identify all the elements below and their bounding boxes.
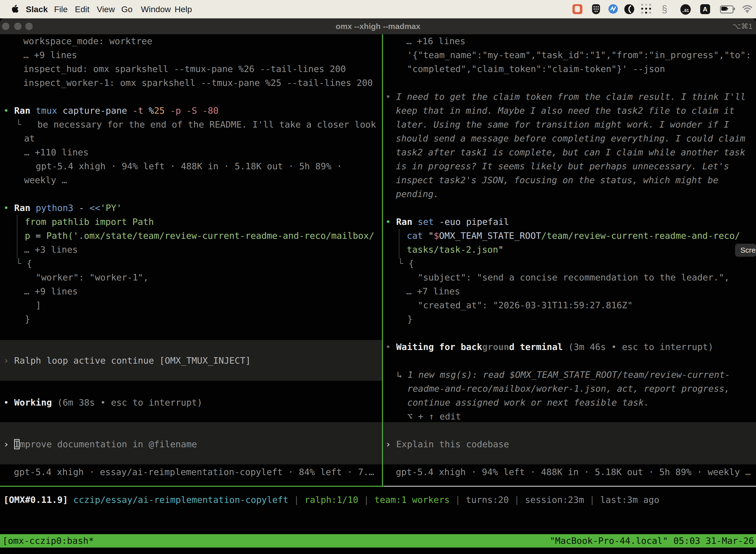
terminal-text-segment: { bbox=[408, 258, 414, 269]
terminal-line: › Ralph loop active continue [OMX_TMUX_I… bbox=[3, 354, 251, 368]
menu-item-edit[interactable]: Edit bbox=[75, 0, 89, 18]
terminal-text-segment: task2 after task1 is complete, but can I… bbox=[396, 147, 745, 157]
terminal-text-segment: -t bbox=[127, 106, 143, 116]
terminal-text-segment: Waiting for back bbox=[391, 342, 482, 352]
terminal-text-segment: 1 new msg(s): read $OMX_TEAM_STATE_ROOT/… bbox=[407, 370, 730, 380]
terminal-line: … +7 lines bbox=[406, 284, 460, 298]
terminal-text-segment: turns:20 bbox=[466, 495, 509, 505]
terminal-text-segment: Working bbox=[9, 397, 52, 407]
terminal-text-segment: Explain this codebase bbox=[396, 439, 509, 449]
pane-divider[interactable] bbox=[382, 34, 383, 486]
menu-item-slack[interactable]: Slack bbox=[26, 0, 48, 18]
terminal-text-segment: { bbox=[26, 258, 32, 269]
terminal-text-segment: continue assigned work or next feasible … bbox=[407, 397, 649, 407]
terminal-line: inspect task2's JSON, focusing on the st… bbox=[396, 173, 718, 187]
terminal-text-segment: p bbox=[25, 231, 30, 241]
terminal-text-segment: ↳ bbox=[397, 370, 407, 380]
terminal-line: … +110 lines bbox=[24, 146, 88, 159]
screen: Slack File Edit View Go Window Help § ..… bbox=[0, 0, 756, 554]
terminal-text-segment: d terminal bbox=[509, 342, 563, 352]
terminal-text-segment: 'PY' bbox=[100, 203, 122, 213]
dots-grid-icon[interactable] bbox=[641, 4, 652, 15]
terminal-line: • Working (6m 38s • esc to interrupt) bbox=[3, 396, 202, 409]
terminal-line: … +9 lines bbox=[23, 48, 77, 62]
terminal-line: inspect_worker-1: omx sparkshell --tmux-… bbox=[23, 76, 373, 90]
terminal-text-segment: $ bbox=[434, 231, 439, 241]
terminal-text-segment: "created_at": "2026-03-31T11:59:27.816Z" bbox=[418, 300, 633, 310]
terminal-text-segment: | bbox=[450, 495, 466, 505]
indent-guide bbox=[17, 215, 17, 259]
chat-icon[interactable] bbox=[572, 4, 582, 14]
terminal-line: … +9 lines bbox=[24, 284, 78, 298]
terminal-text-segment: › bbox=[3, 355, 9, 366]
terminal-text-segment: pending. bbox=[396, 189, 439, 199]
terminal-text-segment: inspect task2's JSON, focusing on the st… bbox=[396, 175, 718, 185]
terminal-text-segment: › bbox=[3, 439, 14, 449]
terminal-line: } bbox=[407, 312, 413, 326]
menu-item-view[interactable]: View bbox=[97, 0, 115, 18]
terminal-text-segment: } bbox=[25, 314, 30, 324]
menu-item-go[interactable]: Go bbox=[121, 0, 132, 18]
input-source-icon[interactable]: A bbox=[700, 4, 710, 14]
terminal-text-segment: capture-pane bbox=[57, 106, 127, 116]
terminal-text-segment: inspect_hud: omx sparkshell --tmux-pane … bbox=[23, 64, 346, 74]
terminal-line: › Improve documentation in @filename bbox=[3, 437, 197, 451]
terminal-text-segment: (3m 46s • esc to interrupt) bbox=[563, 342, 713, 352]
terminal-line: readme-and-reco/mailbox/worker-1.json, a… bbox=[407, 382, 730, 396]
menu-item-file[interactable]: File bbox=[54, 0, 68, 18]
terminal-line: ] bbox=[36, 298, 41, 312]
terminal-line: └ { bbox=[16, 257, 32, 271]
stats-icon[interactable] bbox=[609, 4, 618, 14]
terminal-text-segment: later. Using the same for transition mig… bbox=[396, 119, 729, 129]
terminal-text-segment: • bbox=[3, 106, 9, 116]
terminal-text-segment: └ bbox=[16, 258, 26, 269]
terminal-line: is in progress? It seems likely but perh… bbox=[396, 159, 729, 173]
menu-item-help[interactable]: Help bbox=[175, 0, 192, 18]
terminal-line: tasks/task-2.json" bbox=[407, 243, 504, 257]
terminal-text-segment: [OMX#0.11.9] bbox=[3, 495, 68, 505]
terminal-text-segment: = bbox=[30, 231, 46, 241]
terminal-text-segment: • bbox=[385, 92, 391, 102]
battery-nub bbox=[734, 8, 735, 10]
terminal-text-segment: Ran bbox=[391, 217, 413, 227]
menu-item-window[interactable]: Window bbox=[141, 0, 171, 18]
terminal-text-segment: └ bbox=[398, 258, 408, 269]
terminal-line: cat "$OMX_TEAM_STATE_ROOT/team/review-cu… bbox=[407, 229, 740, 243]
badge-61-icon[interactable]: ..61 bbox=[680, 4, 691, 15]
terminal-text-segment: cczip/essay/ai-reimplementation-copyleft bbox=[68, 495, 289, 505]
terminal-line: • I need to get the claim token from the… bbox=[385, 90, 746, 104]
terminal-line: keep that in mind. Maybe I also need the… bbox=[396, 104, 735, 118]
chat-icon-hole bbox=[575, 6, 580, 12]
terminal-line: › Explain this codebase bbox=[385, 437, 509, 451]
terminal-text-segment: last:3m ago bbox=[600, 495, 659, 505]
terminal-text-segment: gpt-5.4 xhigh · 94% left · 488K in · 5.1… bbox=[36, 161, 342, 171]
indent-guide bbox=[399, 229, 399, 259]
terminal-line: [OMX#0.11.9] cczip/essay/ai-reimplementa… bbox=[3, 493, 659, 507]
battery-icon[interactable] bbox=[720, 5, 734, 13]
terminal-text-segment: … +7 lines bbox=[406, 286, 460, 296]
shield-icon[interactable] bbox=[592, 4, 600, 14]
terminal-line: } bbox=[25, 312, 30, 326]
squiggle-icon[interactable]: § bbox=[662, 4, 667, 14]
terminal-text-segment: ] bbox=[36, 300, 41, 310]
apple-logo-icon[interactable] bbox=[11, 4, 19, 14]
terminal-text-segment: gpt-5.4 xhigh · essay/ai-reimplementatio… bbox=[14, 467, 374, 477]
terminal-text-segment: • bbox=[385, 217, 391, 227]
terminal-text-segment: } bbox=[407, 314, 413, 324]
terminal-text-segment: … +9 lines bbox=[24, 286, 78, 296]
terminal-text-segment: - bbox=[73, 203, 84, 213]
terminal-line: ⌥ + ↑ edit bbox=[407, 409, 461, 424]
terminal-text-segment: … +16 lines bbox=[406, 36, 465, 46]
arc-icon[interactable] bbox=[624, 4, 634, 14]
terminal-line: "worker": "worker-1", bbox=[36, 271, 148, 284]
pane-border-active bbox=[0, 486, 384, 487]
terminal-text-segment: /team/review-current-readme-and-reco/ bbox=[541, 231, 740, 241]
terminal-text-segment: I need to get the claim token from the c… bbox=[391, 92, 746, 102]
terminal-text-segment: Ran bbox=[9, 203, 30, 213]
terminal-line: should send a message before completing … bbox=[396, 131, 745, 146]
terminal-line: '{"team_name":"my-team","task_id":"1","f… bbox=[407, 48, 751, 62]
terminal-text-segment: -p -S -80 bbox=[165, 106, 218, 116]
terminal-text-segment: ralph:1/10 bbox=[305, 495, 359, 505]
terminal-text-segment: | bbox=[584, 495, 600, 505]
wifi-icon[interactable] bbox=[742, 3, 753, 14]
